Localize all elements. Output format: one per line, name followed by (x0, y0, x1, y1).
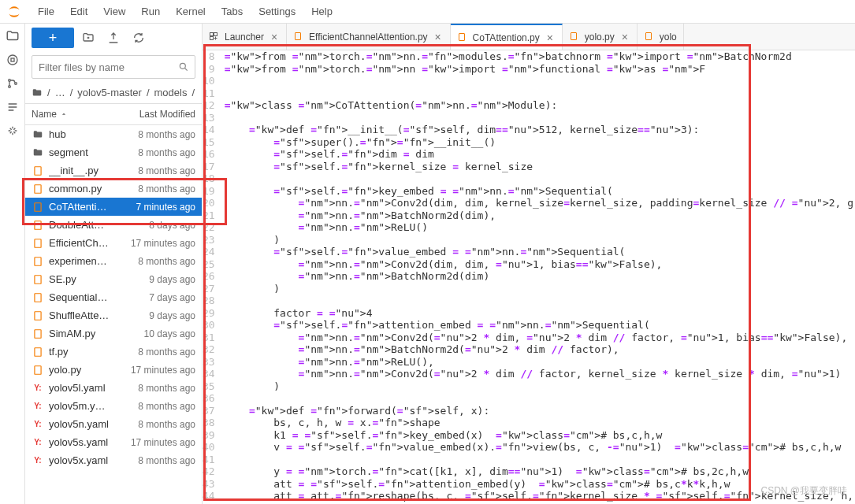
file-row[interactable]: Sequential…7 days ago (25, 288, 202, 306)
folder-icon[interactable] (5, 28, 20, 44)
menu-run[interactable]: Run (133, 2, 168, 20)
file-modified: 17 minutes ago (125, 238, 195, 249)
file-name: CoTAttenti… (49, 201, 125, 213)
tab-label: Launcher (225, 32, 264, 43)
refresh-icon[interactable] (128, 28, 150, 48)
tab[interactable]: yolo.py× (563, 24, 638, 50)
file-row[interactable]: Y:yolov5s.yaml17 minutes ago (25, 433, 202, 451)
file-name: ShuffleAtte… (49, 309, 125, 321)
tab-label: EfficientChannelAttention.py (309, 32, 428, 43)
file-list-header[interactable]: Name Last Modified (25, 103, 202, 125)
code-editor[interactable]: 8 9 10 11 12 13 14 15 16 17 18 19 20 21 … (203, 50, 855, 504)
file-modified: 7 days ago (125, 292, 195, 303)
tab[interactable]: CoTAttention.py× (451, 24, 563, 50)
menu-file[interactable]: File (30, 2, 62, 20)
file-row[interactable]: common.py8 months ago (25, 180, 202, 198)
file-row[interactable]: Y:yolov5m.y…8 months ago (25, 397, 202, 415)
file-name: common.py (49, 183, 125, 195)
menu-tabs[interactable]: Tabs (214, 2, 251, 20)
file-modified: 8 months ago (125, 401, 195, 412)
close-icon[interactable]: × (269, 31, 280, 43)
search-icon (178, 61, 189, 72)
svg-rect-24 (645, 32, 651, 39)
file-browser: + / … / yolov5-master / models / Name La… (25, 24, 203, 504)
python-icon (32, 328, 44, 340)
code-content[interactable]: ="kw">from ="nm">torch.="nm">nn.="fn">mo… (221, 50, 855, 504)
file-modified: 9 days ago (125, 274, 195, 285)
file-name: hub (49, 128, 125, 140)
file-row[interactable]: SimAM.py10 days ago (25, 324, 202, 343)
file-row[interactable]: Y:yolov5n.yaml8 months ago (25, 415, 202, 433)
svg-rect-1 (11, 58, 14, 61)
close-icon[interactable]: × (433, 31, 444, 43)
tab[interactable]: Launcher× (203, 24, 287, 50)
file-modified: 8 months ago (125, 256, 195, 267)
python-icon (32, 291, 44, 304)
tab[interactable]: EfficientChannelAttention.py× (287, 24, 451, 50)
close-icon[interactable]: × (545, 32, 556, 44)
close-icon[interactable]: × (619, 31, 630, 43)
menu-settings[interactable]: Settings (251, 2, 303, 20)
tab-label: yolo (660, 32, 677, 43)
file-modified: 8 months ago (125, 383, 195, 394)
svg-point-5 (180, 63, 185, 69)
running-icon[interactable] (5, 52, 20, 68)
new-launcher-button[interactable]: + (32, 28, 74, 48)
svg-rect-23 (571, 32, 576, 39)
file-row[interactable]: segment8 months ago (25, 143, 202, 161)
filter-input[interactable] (32, 55, 195, 79)
menubar: File Edit View Run Kernel Tabs Settings … (0, 0, 855, 24)
toc-icon[interactable] (5, 99, 20, 115)
file-row[interactable]: experimen…8 months ago (25, 252, 202, 270)
python-icon (32, 309, 44, 322)
menu-help[interactable]: Help (303, 2, 340, 20)
file-row[interactable]: __init__.py8 months ago (25, 161, 202, 180)
tab[interactable]: yolo (638, 24, 684, 50)
python-icon (32, 237, 44, 250)
breadcrumb[interactable]: / … / yolov5-master / models / (25, 82, 202, 103)
svg-point-3 (8, 86, 10, 88)
svg-rect-19 (214, 32, 217, 35)
extensions-icon[interactable] (5, 123, 20, 139)
svg-rect-17 (35, 365, 41, 374)
svg-rect-13 (35, 293, 41, 302)
file-row[interactable]: EfficientCh…17 minutes ago (25, 234, 202, 252)
jupyter-logo (6, 4, 22, 20)
tab-label: CoTAttention.py (473, 32, 540, 43)
svg-rect-16 (35, 347, 41, 356)
menu-edit[interactable]: Edit (62, 2, 95, 20)
file-name: DoubleAtt… (49, 219, 125, 231)
menu-view[interactable]: View (95, 2, 133, 20)
file-name: __init__.py (49, 165, 125, 176)
svg-rect-22 (459, 33, 464, 40)
file-modified: 8 months ago (125, 346, 195, 358)
file-name: tf.py (49, 346, 125, 358)
file-row[interactable]: SE.py9 days ago (25, 270, 202, 288)
file-modified: 7 minutes ago (125, 202, 195, 213)
svg-rect-7 (35, 184, 41, 193)
yaml-icon: Y: (32, 400, 44, 413)
file-row[interactable]: tf.py8 months ago (25, 343, 202, 361)
file-row[interactable]: CoTAttenti…7 minutes ago (25, 198, 202, 216)
file-row[interactable]: hub8 months ago (25, 125, 202, 143)
svg-rect-10 (35, 239, 41, 247)
upload-icon[interactable] (102, 28, 125, 48)
svg-point-0 (8, 55, 17, 65)
yaml-icon: Y: (32, 454, 44, 467)
file-row[interactable]: ShuffleAtte…9 days ago (25, 306, 202, 324)
file-name: yolo.py (49, 364, 125, 376)
python-icon (32, 273, 44, 286)
file-row[interactable]: Y:yolov5x.yaml8 months ago (25, 451, 202, 469)
svg-rect-15 (35, 329, 41, 338)
file-modified: 8 months ago (125, 165, 195, 176)
new-folder-icon[interactable] (77, 28, 99, 48)
menu-kernel[interactable]: Kernel (168, 2, 214, 20)
file-modified: 9 days ago (125, 310, 195, 321)
file-row[interactable]: yolo.py17 minutes ago (25, 361, 202, 379)
file-row[interactable]: DoubleAtt…8 days ago (25, 216, 202, 234)
python-icon (457, 32, 468, 43)
git-icon[interactable] (5, 76, 20, 91)
file-row[interactable]: Y:yolov5l.yaml8 months ago (25, 379, 202, 397)
file-name: experimen… (49, 255, 125, 267)
file-modified: 8 months ago (125, 129, 195, 140)
